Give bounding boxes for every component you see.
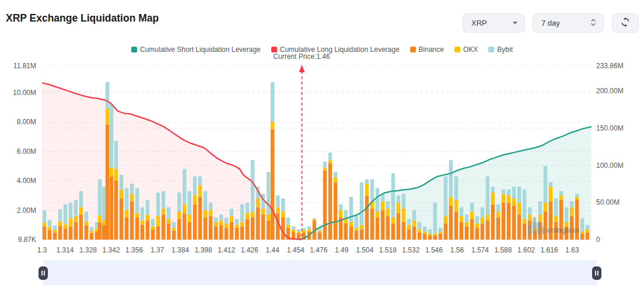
pause-bars-icon xyxy=(595,271,596,276)
svg-text:10.00M: 10.00M xyxy=(13,89,36,97)
coinglass-logo-icon xyxy=(533,217,536,234)
svg-text:4.00M: 4.00M xyxy=(17,177,36,185)
right-axis-labels: 233.86M200.00M150.00M100.00M50.00M0 xyxy=(596,62,624,244)
slider-left-handle[interactable] xyxy=(38,266,48,280)
svg-text:50.00M: 50.00M xyxy=(596,198,620,206)
svg-text:100.00M: 100.00M xyxy=(596,161,624,170)
svg-text:1.49: 1.49 xyxy=(335,246,349,254)
slider-right-handle[interactable] xyxy=(592,266,601,280)
svg-text:1.574: 1.574 xyxy=(471,246,489,254)
svg-text:150.00M: 150.00M xyxy=(596,124,624,132)
coinglass-logo-icon xyxy=(537,222,541,234)
svg-text:1.44: 1.44 xyxy=(266,246,280,254)
svg-text:233.86M: 233.86M xyxy=(596,62,624,70)
x-axis-labels: 1.31.3141.3281.3421.3561.371.3841.3981.4… xyxy=(37,246,579,254)
svg-text:1.3: 1.3 xyxy=(37,246,47,254)
svg-text:1.356: 1.356 xyxy=(125,246,143,254)
svg-text:8.00M: 8.00M xyxy=(17,118,36,126)
coinglass-logo-icon xyxy=(542,227,545,234)
svg-text:6.00M: 6.00M xyxy=(17,148,36,156)
coinglass-logo-icon xyxy=(528,225,531,234)
svg-text:coinglass: coinglass xyxy=(547,226,580,234)
svg-text:1.398: 1.398 xyxy=(195,246,212,254)
svg-text:1.454: 1.454 xyxy=(287,246,304,254)
svg-text:1.384: 1.384 xyxy=(172,246,189,254)
svg-text:1.476: 1.476 xyxy=(310,246,327,254)
svg-text:1.602: 1.602 xyxy=(517,246,535,254)
svg-text:1.588: 1.588 xyxy=(494,246,512,254)
liquidation-chart: coinglass 11.81M10.00M8.00M6.00M4.00M2.0… xyxy=(0,0,644,295)
range-slider-track[interactable] xyxy=(43,260,597,285)
svg-text:1.532: 1.532 xyxy=(402,246,419,254)
svg-text:1.504: 1.504 xyxy=(356,246,373,254)
svg-text:1.314: 1.314 xyxy=(56,246,74,254)
svg-text:9.87K: 9.87K xyxy=(18,236,36,244)
svg-text:11.81M: 11.81M xyxy=(13,62,36,70)
svg-text:0: 0 xyxy=(596,236,600,244)
svg-text:1.56: 1.56 xyxy=(450,246,464,254)
svg-text:1.63: 1.63 xyxy=(565,246,579,254)
svg-text:1.37: 1.37 xyxy=(150,246,164,254)
svg-text:1.328: 1.328 xyxy=(79,246,97,254)
svg-text:1.546: 1.546 xyxy=(425,246,443,254)
svg-text:200.00M: 200.00M xyxy=(596,87,624,95)
svg-text:1.342: 1.342 xyxy=(103,246,120,254)
svg-text:2.00M: 2.00M xyxy=(17,206,36,215)
svg-text:1.426: 1.426 xyxy=(241,246,258,254)
svg-text:1.616: 1.616 xyxy=(540,246,558,254)
svg-text:1.412: 1.412 xyxy=(218,246,235,254)
svg-text:1.518: 1.518 xyxy=(379,246,397,254)
left-axis-labels: 11.81M10.00M8.00M6.00M4.00M2.00M9.87K xyxy=(13,62,36,244)
pause-bars-icon xyxy=(41,271,43,276)
